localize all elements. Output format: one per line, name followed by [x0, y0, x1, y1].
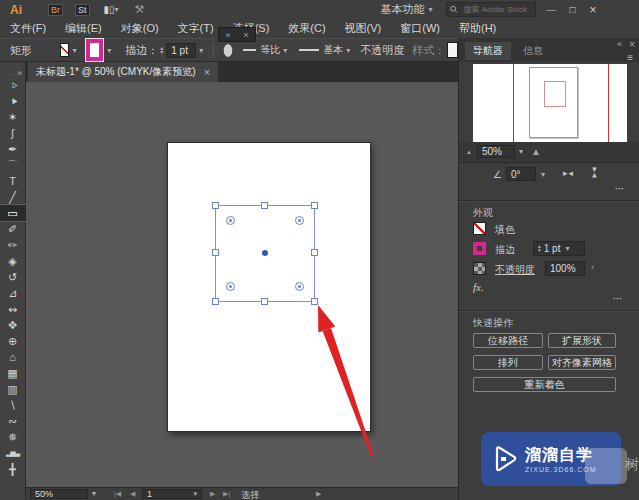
close-panel-icon[interactable]: × [243, 30, 248, 40]
stroke-width-chevron-icon[interactable]: ▾ [199, 46, 203, 55]
arrange-button[interactable]: 排列 [473, 355, 543, 370]
appearance-opacity-label[interactable]: 不透明度 [495, 263, 535, 277]
document-tab[interactable]: 未标题-1* @ 50% (CMYK/像素预览) × [28, 62, 218, 82]
canvas-area[interactable] [26, 82, 458, 487]
panel-close-icon[interactable]: × [629, 39, 635, 50]
handle-bottom-right[interactable] [311, 298, 318, 305]
tool-width[interactable]: ↭ [0, 301, 26, 317]
menu-window[interactable]: 窗口(W) [400, 21, 440, 36]
chevron-down-icon[interactable]: ▾ [115, 5, 119, 14]
corner-widget[interactable] [226, 282, 235, 291]
first-artboard-icon[interactable]: |◀ [114, 490, 121, 498]
menu-effect[interactable]: 效果(C) [288, 21, 325, 36]
appearance-fx-button[interactable]: fx. [473, 281, 484, 293]
tool-pen[interactable]: ✒ [0, 141, 26, 157]
tool-artboard[interactable]: ╋ [0, 461, 26, 477]
artboard-chevron-icon[interactable]: ▾ [193, 490, 197, 498]
stroke-width-chevron-icon[interactable]: ▾ [565, 244, 569, 253]
tool-puppet-warp[interactable]: ✥ [0, 317, 26, 333]
tool-direct-selection[interactable]: ▸ [0, 93, 26, 109]
appearance-stroke-label[interactable]: 描边 [495, 243, 515, 257]
corner-widget[interactable] [295, 216, 304, 225]
opacity-expand-icon[interactable]: › [591, 262, 594, 272]
statusbar-zoom-value[interactable]: 50% [30, 489, 88, 499]
tool-shape-builder[interactable]: ⊕ [0, 333, 26, 349]
zoom-out-icon[interactable]: ▲ [466, 149, 472, 155]
artboard-number[interactable]: 1 ▾ [142, 489, 202, 499]
next-artboard-icon[interactable]: ▶ [210, 490, 215, 498]
handle-top-left[interactable] [212, 202, 219, 209]
last-artboard-icon[interactable]: ▶| [223, 490, 230, 498]
zoom-chevron-icon[interactable]: ▾ [519, 147, 523, 156]
corner-widget[interactable] [226, 216, 235, 225]
appearance-fill-swatch[interactable] [473, 222, 486, 235]
tool-curvature[interactable]: ⌒ [0, 157, 26, 173]
recolor-button[interactable]: 重新着色 [473, 377, 616, 392]
stroke-color-swatch[interactable] [86, 39, 103, 61]
collapse-panel-icon[interactable]: « [225, 30, 230, 40]
tool-gradient[interactable]: ▥ [0, 381, 26, 397]
menu-edit[interactable]: 编辑(E) [65, 21, 102, 36]
statusbar-zoom-chevron-icon[interactable]: ▾ [92, 489, 96, 498]
handle-middle-left[interactable] [212, 249, 219, 256]
tool-blend[interactable]: ∾ [0, 413, 26, 429]
expand-shape-button[interactable]: 扩展形状 [548, 333, 616, 348]
menu-help[interactable]: 帮助(H) [459, 21, 496, 36]
search-input[interactable] [461, 4, 535, 15]
tool-perspective-grid[interactable]: ⌂ [0, 349, 26, 365]
navigator-preview[interactable] [473, 64, 627, 142]
fill-chevron-icon[interactable]: ▾ [72, 46, 76, 55]
appearance-more-icon[interactable]: ··· [613, 294, 622, 304]
stroke-width-value[interactable]: 1 pt [166, 43, 196, 58]
brush-preview-icon[interactable] [223, 43, 232, 58]
tool-line-segment[interactable]: ╱ [0, 189, 26, 205]
appearance-stroke-swatch[interactable] [473, 242, 486, 255]
panel-collapse-icon[interactable]: « [617, 39, 622, 49]
tool-magic-wand[interactable]: ✶ [0, 109, 26, 125]
tool-selection[interactable]: ▹ [0, 77, 26, 93]
stroke-chevron-icon[interactable]: ▾ [107, 46, 111, 55]
tool-rotate[interactable]: ↺ [0, 269, 26, 285]
stock-badge[interactable]: St [75, 4, 90, 16]
appearance-stroke-width[interactable]: ▴ ▾ 1 pt ▾ [533, 241, 585, 256]
menu-object[interactable]: 对象(O) [121, 21, 159, 36]
statusbar-menu-arrow-icon[interactable]: ▶ [316, 490, 321, 498]
tool-pencil[interactable]: ✏ [0, 237, 26, 253]
navigator-zoom-value[interactable]: 50% [477, 145, 515, 158]
brush-select[interactable]: 基本 [323, 43, 343, 57]
angle-chevron-icon[interactable]: ▾ [541, 170, 545, 179]
appearance-fill-label[interactable]: 填色 [495, 223, 515, 237]
offset-path-button[interactable]: 位移路径 [473, 333, 543, 348]
brush-chevron-icon[interactable]: ▾ [346, 46, 350, 55]
tool-eyedropper[interactable]: ∖ [0, 397, 26, 413]
tool-paintbrush[interactable]: ✐ [0, 221, 26, 237]
handle-top-center[interactable] [261, 202, 268, 209]
flip-vertical-icon[interactable]: ▸◂ [589, 168, 600, 178]
handle-top-right[interactable] [311, 202, 318, 209]
close-button[interactable]: × [589, 3, 596, 17]
tools-setup-icon[interactable]: ⚒ [135, 3, 145, 16]
zoom-in-icon[interactable]: ▲ [531, 146, 541, 157]
search-box[interactable] [446, 2, 536, 17]
prev-artboard-icon[interactable]: ◀ [130, 490, 135, 498]
opacity-link[interactable]: 不透明度 [360, 43, 404, 58]
align-pixel-grid-button[interactable]: 对齐像素网格 [548, 355, 616, 370]
appearance-opacity-value[interactable]: 100% [545, 261, 585, 276]
tab-info[interactable]: 信息 [523, 44, 543, 58]
menu-type[interactable]: 文字(T) [178, 21, 214, 36]
width-profile-select[interactable]: 等比 [260, 43, 280, 57]
stroke-width-stepper[interactable]: ▴ ▾ [160, 46, 163, 54]
appearance-opacity-swatch[interactable] [473, 262, 486, 275]
fill-color-swatch[interactable] [60, 43, 69, 57]
tool-scale[interactable]: ⊿ [0, 285, 26, 301]
menu-file[interactable]: 文件(F) [10, 21, 46, 36]
tool-column-graph[interactable]: ▂▅▃ [0, 445, 26, 461]
corner-widget[interactable] [295, 282, 304, 291]
workspace-switcher[interactable]: 基本功能 [380, 2, 424, 17]
tool-type[interactable]: T [0, 173, 26, 189]
flip-horizontal-icon[interactable]: ▸◂ [563, 168, 574, 178]
menu-view[interactable]: 视图(V) [345, 21, 382, 36]
bridge-badge[interactable]: Br [48, 4, 63, 16]
handle-bottom-left[interactable] [212, 298, 219, 305]
tab-navigator[interactable]: 导航器 [465, 42, 511, 60]
